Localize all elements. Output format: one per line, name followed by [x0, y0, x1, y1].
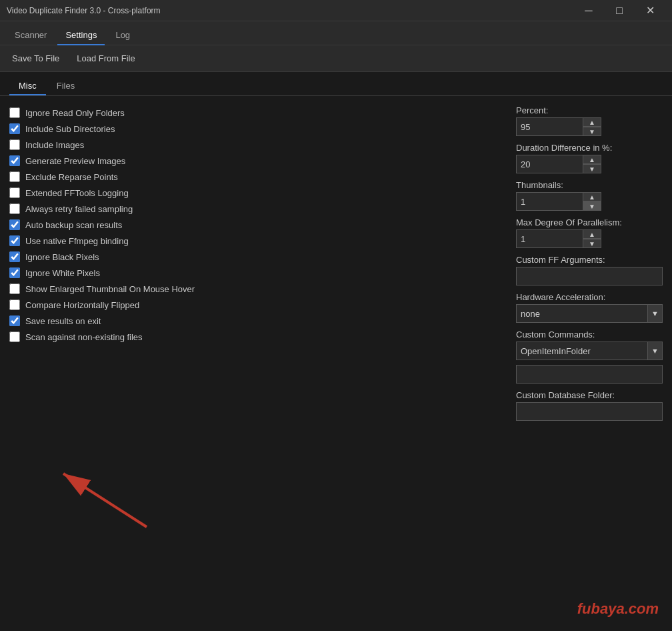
custom-commands-select[interactable]: OpenItemInFolder — [516, 342, 648, 360]
max-degree-spin-down[interactable]: ▼ — [583, 239, 601, 248]
thumbnails-spin-down[interactable]: ▼ — [583, 201, 601, 211]
checkbox-label-always-retry: Always retry failed sampling — [25, 204, 133, 214]
sub-tab-files[interactable]: Files — [47, 77, 84, 95]
checkbox-input-extended-fftools[interactable] — [9, 187, 20, 198]
checkbox-exclude-reparse[interactable]: Exclude Reparse Points — [9, 169, 503, 184]
checkbox-always-retry[interactable]: Always retry failed sampling — [9, 201, 503, 216]
percent-spin-up[interactable]: ▲ — [583, 117, 601, 127]
custom-commands-label: Custom Commands: — [516, 330, 663, 340]
hardware-accel-label: Hardware Acceleration: — [516, 292, 663, 302]
tab-log[interactable]: Log — [107, 26, 138, 45]
minimize-button[interactable]: ─ — [573, 0, 604, 21]
max-degree-spin-buttons: ▲ ▼ — [583, 229, 601, 248]
percent-spin-down[interactable]: ▼ — [583, 127, 601, 136]
thumbnails-input[interactable] — [516, 192, 583, 211]
checkbox-label-auto-backup: Auto backup scan results — [25, 220, 122, 230]
custom-db-field: Custom Database Folder: — [516, 390, 663, 421]
checkbox-include-images[interactable]: Include Images — [9, 137, 503, 152]
checkbox-auto-backup[interactable]: Auto backup scan results — [9, 217, 503, 232]
checkbox-ignore-readonly[interactable]: Ignore Read Only Folders — [9, 105, 503, 120]
checkbox-ignore-black[interactable]: Ignore Black Pixels — [9, 249, 503, 264]
load-from-file-button[interactable]: Load From File — [71, 51, 140, 66]
checkbox-extended-fftools[interactable]: Extended FFTools Logging — [9, 185, 503, 200]
hardware-accel-field: Hardware Acceleration: none cuda opencl … — [516, 292, 663, 323]
hardware-accel-arrow: ▼ — [648, 304, 663, 323]
custom-commands-field: Custom Commands: OpenItemInFolder ▼ — [516, 330, 663, 384]
checkbox-input-ignore-white[interactable] — [9, 267, 20, 278]
checkbox-input-ignore-black[interactable] — [9, 251, 20, 262]
checkbox-label-compare-flipped: Compare Horizontally Flipped — [25, 300, 139, 310]
thumbnails-spinbox: ▲ ▼ — [516, 192, 663, 211]
thumbnails-spin-up[interactable]: ▲ — [583, 192, 601, 201]
checkbox-label-include-images: Include Images — [25, 140, 84, 150]
checkbox-scan-nonexisting[interactable]: Scan against non-existing files — [9, 330, 503, 344]
left-panel: Ignore Read Only Folders Include Sub Dir… — [9, 105, 503, 620]
tab-scanner[interactable]: Scanner — [7, 26, 55, 45]
checkbox-save-results[interactable]: Save results on exit — [9, 313, 503, 328]
title-bar-left: Video Duplicate Finder 3.0 - Cross-platf… — [7, 6, 161, 15]
custom-db-input[interactable] — [516, 402, 663, 421]
checkbox-generate-preview[interactable]: Generate Preview Images — [9, 153, 503, 168]
hardware-accel-select[interactable]: none cuda opencl d3d11va — [516, 304, 648, 323]
duration-diff-spin-buttons: ▲ ▼ — [583, 155, 601, 173]
save-to-file-button[interactable]: Save To File — [7, 51, 65, 66]
checkbox-input-exclude-reparse[interactable] — [9, 171, 20, 182]
title-bar-controls: ─ □ ✕ — [573, 0, 665, 21]
sub-tabs: Misc Files — [0, 72, 672, 96]
close-button[interactable]: ✕ — [635, 0, 665, 21]
checkbox-input-always-retry[interactable] — [9, 203, 20, 214]
duration-diff-label: Duration Difference in %: — [516, 143, 663, 153]
checkbox-label-generate-preview: Generate Preview Images — [25, 156, 125, 166]
max-degree-field: Max Degree Of Parallelism: ▲ ▼ — [516, 217, 663, 248]
custom-ff-input[interactable] — [516, 267, 663, 285]
duration-diff-spinbox: ▲ ▼ — [516, 155, 663, 173]
percent-label: Percent: — [516, 105, 663, 115]
custom-commands-arrow: ▼ — [648, 342, 663, 360]
hardware-accel-select-row: none cuda opencl d3d11va ▼ — [516, 304, 663, 323]
custom-db-label: Custom Database Folder: — [516, 390, 663, 400]
checkbox-input-save-results[interactable] — [9, 316, 20, 326]
thumbnails-label: Thumbnails: — [516, 180, 663, 190]
checkbox-show-enlarged[interactable]: Show Enlarged Thumbnail On Mouse Hover — [9, 281, 503, 296]
tab-settings[interactable]: Settings — [57, 26, 105, 45]
checkbox-label-save-results: Save results on exit — [25, 316, 101, 326]
checkbox-compare-flipped[interactable]: Compare Horizontally Flipped — [9, 297, 503, 312]
checkbox-input-auto-backup[interactable] — [9, 219, 20, 230]
menu-bar: Scanner Settings Log — [0, 21, 672, 45]
duration-diff-input[interactable] — [516, 155, 583, 173]
main-content: Ignore Read Only Folders Include Sub Dir… — [0, 96, 672, 630]
duration-diff-field: Duration Difference in %: ▲ ▼ — [516, 143, 663, 173]
checkbox-input-generate-preview[interactable] — [9, 155, 20, 166]
restore-button[interactable]: □ — [604, 0, 635, 21]
checkbox-label-exclude-reparse: Exclude Reparse Points — [25, 172, 118, 182]
window-title: Video Duplicate Finder 3.0 - Cross-platf… — [7, 6, 161, 15]
checkbox-input-include-images[interactable] — [9, 139, 20, 150]
checkbox-input-ignore-readonly[interactable] — [9, 107, 20, 118]
checkbox-label-use-native: Use native Ffmpeg binding — [25, 236, 129, 246]
max-degree-input[interactable] — [516, 229, 583, 248]
title-bar: Video Duplicate Finder 3.0 - Cross-platf… — [0, 0, 672, 21]
checkbox-input-use-native[interactable] — [9, 235, 20, 246]
checkbox-input-scan-nonexisting[interactable] — [9, 332, 20, 342]
checkbox-input-compare-flipped[interactable] — [9, 299, 20, 310]
percent-spinbox: ▲ ▼ — [516, 117, 663, 136]
thumbnails-spin-buttons: ▲ ▼ — [583, 192, 601, 211]
percent-input[interactable] — [516, 117, 583, 136]
checkbox-ignore-white[interactable]: Ignore White Pixels — [9, 265, 503, 280]
duration-diff-spin-up[interactable]: ▲ — [583, 155, 601, 164]
checkbox-input-include-sub[interactable] — [9, 123, 20, 134]
checkbox-label-include-sub: Include Sub Directories — [25, 124, 115, 134]
sub-tab-misc[interactable]: Misc — [9, 77, 46, 95]
watermark: fubaya.com — [577, 600, 659, 618]
checkbox-label-extended-fftools: Extended FFTools Logging — [25, 188, 129, 198]
duration-diff-spin-down[interactable]: ▼ — [583, 164, 601, 173]
checkbox-include-sub[interactable]: Include Sub Directories — [9, 121, 503, 136]
custom-commands-extra-input[interactable] — [516, 365, 663, 384]
checkbox-label-ignore-readonly: Ignore Read Only Folders — [25, 108, 125, 118]
checkbox-input-show-enlarged[interactable] — [9, 283, 20, 294]
checkbox-use-native[interactable]: Use native Ffmpeg binding — [9, 233, 503, 248]
thumbnails-field: Thumbnails: ▲ ▼ — [516, 180, 663, 211]
checkbox-label-ignore-white: Ignore White Pixels — [25, 268, 100, 278]
max-degree-label: Max Degree Of Parallelism: — [516, 217, 663, 227]
max-degree-spin-up[interactable]: ▲ — [583, 229, 601, 239]
